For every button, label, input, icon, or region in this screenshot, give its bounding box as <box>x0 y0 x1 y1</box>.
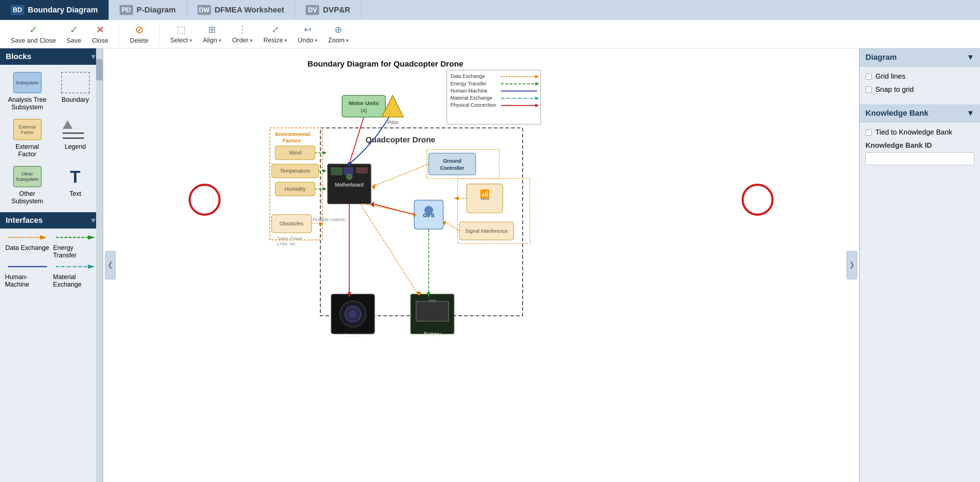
save-and-close-button[interactable]: Save and Close <box>7 22 59 46</box>
snap-to-grid-checkbox[interactable] <box>865 86 872 93</box>
tab-dvpr[interactable]: DV DVP&R <box>295 0 361 20</box>
knowledge-bank-chevron-icon: ▼ <box>966 109 974 118</box>
undo-icon <box>304 24 312 35</box>
toolbar-tools-group: Select ▾ Align ▾ Order ▾ Resize ▾ <box>167 22 360 46</box>
svg-rect-39 <box>331 168 342 175</box>
grid-lines-checkbox[interactable] <box>865 73 872 80</box>
svg-line-67 <box>373 204 415 214</box>
boundary-label: Boundary <box>62 96 89 104</box>
svg-line-75 <box>360 204 418 294</box>
svg-marker-1 <box>40 235 47 239</box>
save-label: Save <box>67 37 81 45</box>
svg-point-42 <box>346 174 352 179</box>
text-label: Text <box>69 190 81 198</box>
canvas-scroll-right-button[interactable] <box>846 251 857 279</box>
svg-rect-43 <box>429 153 476 175</box>
snap-to-grid-label: Snap to grid <box>875 85 914 94</box>
block-analysis-tree-subsystem[interactable]: Subsystem Analysis Tree Subsystem <box>5 70 49 113</box>
kb-id-input[interactable] <box>865 152 974 165</box>
tab-p-diagram[interactable]: PD P-Diagram <box>109 0 187 20</box>
interface-data-exchange[interactable]: Data Exchange <box>5 233 49 259</box>
interface-energy-transfer[interactable]: Energy Transfer <box>53 233 97 259</box>
save-icon <box>70 24 78 36</box>
svg-text:📶: 📶 <box>480 189 490 199</box>
order-button[interactable]: Order ▾ <box>229 22 256 46</box>
blocks-section-header[interactable]: Blocks ▼ <box>0 48 102 65</box>
energy-transfer-label: Energy Transfer <box>53 244 97 259</box>
signal-interference-node: Signal Interference <box>465 228 508 234</box>
tab-label-bd: Boundary Diagram <box>28 5 98 14</box>
toolbar-edit-group: Delete <box>126 22 159 46</box>
right-sidebar: Diagram ▼ Grid lines Snap to grid Knowle… <box>859 48 980 482</box>
tied-to-kb-checkbox[interactable] <box>865 129 872 136</box>
human-machine-label: Human-Machine <box>5 273 49 288</box>
svg-text:Factors: Factors <box>283 138 301 144</box>
chevron-right-icon <box>850 261 854 270</box>
delete-button[interactable]: Delete <box>126 22 152 46</box>
interface-human-machine[interactable]: Human-Machine <box>5 263 49 288</box>
zoom-caret: ▾ <box>346 37 349 44</box>
snap-to-grid-row: Snap to grid <box>865 85 974 94</box>
svg-rect-57 <box>416 302 449 321</box>
delete-label: Delete <box>130 37 148 45</box>
svg-marker-65 <box>372 184 375 190</box>
align-button[interactable]: Align ▾ <box>199 22 225 46</box>
tab-badge-dw: DW <box>197 5 211 15</box>
svg-text:Energy Transfer: Energy Transfer <box>450 81 487 86</box>
legend-line-1 <box>63 132 84 134</box>
svg-marker-28 <box>323 151 326 155</box>
diagram-section-content: Grid lines Snap to grid <box>860 67 980 104</box>
save-button[interactable]: Save <box>63 22 85 46</box>
canvas-scroll-left-button[interactable] <box>105 251 116 279</box>
undo-caret: ▾ <box>315 37 317 44</box>
block-external-factor[interactable]: External Factor External Factor <box>5 117 49 160</box>
interfaces-label: Interfaces <box>6 216 43 225</box>
canvas-area[interactable]: Boundary Diagram for Quadcopter Drone Da… <box>103 48 859 482</box>
select-icon <box>177 24 186 35</box>
save-and-close-icon <box>29 24 37 36</box>
blocks-label: Blocks <box>6 52 31 61</box>
diagram-section-label: Diagram <box>865 53 897 62</box>
external-factor-label: External Factor <box>7 143 47 158</box>
knowledge-bank-section-content: Tied to Knowledge Bank Knowledge Bank ID <box>860 123 980 171</box>
material-exchange-label: Material Exchange <box>53 273 97 288</box>
legend-label: Legend <box>64 143 86 151</box>
human-machine-line-icon <box>8 263 47 271</box>
legend-triangle-icon <box>63 120 73 129</box>
block-text[interactable]: T Text <box>53 164 97 207</box>
resize-button[interactable]: Resize ▾ <box>260 22 291 46</box>
block-other-subsystem[interactable]: Other Subsystem Other Subsystem <box>5 164 49 207</box>
main-area: Blocks ▼ Subsystem Analysis Tree Subsyst… <box>0 48 980 482</box>
tab-label-dw: DFMEA Worksheet <box>215 5 284 14</box>
tab-dfmea[interactable]: DW DFMEA Worksheet <box>187 0 295 20</box>
toolbar-file-group: Save and Close Save Close <box>7 22 119 46</box>
resize-icon <box>272 24 279 35</box>
pilot-node: Pilot <box>388 119 398 125</box>
close-button[interactable]: Close <box>88 22 112 46</box>
interfaces-grid: Data Exchange Energy Transfer Human-Mach… <box>0 228 102 293</box>
tied-to-kb-label: Tied to Knowledge Bank <box>875 128 952 136</box>
interface-material-exchange[interactable]: Material Exchange <box>53 263 97 288</box>
text-preview: T <box>61 166 90 187</box>
legend-line-2 <box>63 137 84 139</box>
align-caret: ▾ <box>218 37 221 44</box>
interfaces-section-header[interactable]: Interfaces ▼ <box>0 212 102 228</box>
external-factor-preview: External Factor <box>13 119 41 140</box>
sidebar-scrollbar[interactable] <box>96 48 102 482</box>
svg-marker-78 <box>454 196 459 200</box>
zoom-button[interactable]: Zoom ▾ <box>325 22 352 46</box>
tab-boundary-diagram[interactable]: BD Boundary Diagram <box>0 0 109 20</box>
svg-rect-41 <box>356 168 367 173</box>
block-legend[interactable]: Legend <box>53 117 97 160</box>
undo-button[interactable]: Undo ▾ <box>294 22 321 46</box>
svg-line-69 <box>364 204 414 214</box>
block-boundary[interactable]: Boundary <box>53 70 97 113</box>
select-button[interactable]: Select ▾ <box>167 22 196 46</box>
svg-text:(4): (4) <box>361 108 366 113</box>
motor-units-node: Motor Units <box>349 100 379 106</box>
resize-label: Resize <box>263 37 283 44</box>
align-label: Align <box>203 37 217 44</box>
tab-badge-pd: PD <box>119 5 133 15</box>
tab-label-pd: P-Diagram <box>137 5 176 14</box>
svg-text:Lines, etc.: Lines, etc. <box>277 241 297 246</box>
